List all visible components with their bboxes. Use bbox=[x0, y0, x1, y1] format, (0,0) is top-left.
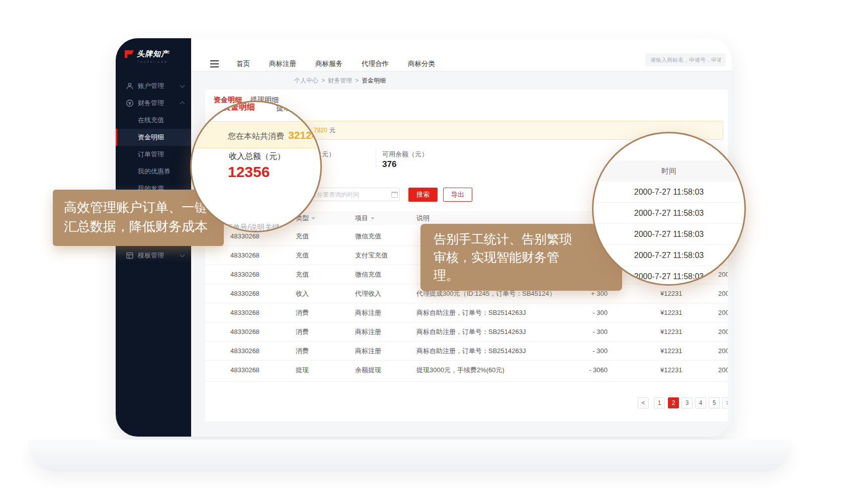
right-callout-line3: 理。 bbox=[434, 266, 609, 284]
left-callout-line1: 高效管理账户订单、一键 bbox=[64, 198, 213, 217]
sidebar-item-label: 我的优惠券 bbox=[138, 167, 170, 176]
right-callout-line1: 告别手工统计、告别繁琐 bbox=[434, 230, 609, 248]
cell-amount: - 300 bbox=[547, 342, 608, 361]
template-icon bbox=[126, 251, 134, 260]
cell-item: 支付宝充值 bbox=[355, 246, 388, 265]
magnified-banner-text: 您在本站共消费 bbox=[228, 132, 284, 140]
finance-icon bbox=[126, 99, 134, 107]
export-button[interactable]: 导出 bbox=[443, 188, 472, 202]
cell-order: 48330268 bbox=[230, 361, 260, 380]
consumption-amount: 7820元 bbox=[314, 121, 335, 139]
sidebar-item-finance[interactable]: 财务管理 bbox=[116, 95, 191, 112]
cell-balance: ¥12231 bbox=[660, 322, 682, 342]
right-callout-line2: 审核，实现智能财务管 bbox=[434, 248, 609, 266]
cell-desc: 商标自助注册，订单号：SB2514263J bbox=[416, 303, 526, 322]
header-item[interactable]: 项目 bbox=[355, 211, 375, 225]
cell-desc: 商标自助注册，订单号：SB2514263J bbox=[416, 322, 526, 342]
cell-type: 充值 bbox=[296, 265, 309, 284]
nav-item-home[interactable]: 首页 bbox=[236, 59, 250, 68]
left-callout-line2: 汇总数据，降低财务成本 bbox=[64, 217, 213, 236]
right-magnifier: 时间 2000-7-27 11:58:03 2000-7-27 11:58:03… bbox=[592, 132, 746, 286]
cell-order: 48330268 bbox=[230, 246, 260, 265]
sort-caret-icon bbox=[311, 217, 315, 220]
cell-item: 商标注册 bbox=[355, 303, 381, 322]
magnified-time-row: 2000-7-27 11:58:03 bbox=[593, 182, 744, 203]
cell-item: 余额提现 bbox=[355, 361, 381, 380]
breadcrumb-current: 资金明细 bbox=[362, 77, 386, 84]
top-nav: 首页 商标注册 商标服务 代理合作 商标分类 bbox=[191, 38, 732, 71]
sidebar-item-templates[interactable]: 模板管理 bbox=[116, 247, 191, 264]
cell-order: 48330268 bbox=[230, 265, 260, 284]
cell-type: 提现 bbox=[296, 361, 309, 380]
sidebar-item-coupons[interactable]: 我的优惠券 bbox=[116, 163, 191, 180]
pagination-page-3[interactable]: 3 bbox=[681, 397, 693, 408]
breadcrumb-personal-center[interactable]: 个人中心 bbox=[294, 77, 318, 84]
sidebar-item-orders[interactable]: 订单管理 bbox=[116, 146, 191, 163]
cell-item: 代理收入 bbox=[355, 284, 381, 303]
table-row: 48330268 消费 商标注册 商标自助注册，订单号：SB2514263J -… bbox=[205, 322, 728, 342]
available-balance-value: 376 bbox=[382, 159, 396, 170]
cell-order: 48330268 bbox=[230, 303, 260, 322]
pagination-page-5[interactable]: 5 bbox=[709, 397, 720, 408]
magnified-time-row: 2000-7-27 11:58:03 bbox=[593, 224, 744, 245]
left-magnifier: 资金明细 提现明细 您在本站共消费32124 收入总额（元） 12356 订单号… bbox=[190, 101, 322, 232]
nav-item-trademark-service[interactable]: 商标服务 bbox=[315, 59, 343, 68]
cell-type: 充值 bbox=[296, 246, 309, 265]
calendar-icon[interactable] bbox=[391, 192, 398, 198]
nav-item-trademark-category[interactable]: 商标分类 bbox=[408, 59, 435, 68]
cell-type: 消费 bbox=[296, 303, 309, 322]
cell-item: 微信充值 bbox=[355, 265, 381, 284]
header-desc: 说明 bbox=[416, 211, 430, 225]
sort-caret-icon bbox=[371, 217, 375, 220]
pagination: < 1 2 3 4 5 > bbox=[205, 397, 728, 409]
cell-item: 微信充值 bbox=[355, 227, 381, 246]
breadcrumb-separator: > bbox=[355, 77, 359, 84]
sidebar-item-account[interactable]: 账户管理 bbox=[116, 77, 191, 95]
chevron-down-icon bbox=[180, 83, 185, 88]
sidebar-item-funds-detail[interactable]: 资金明细 bbox=[116, 129, 191, 146]
cell-desc: 商标自助注册，订单号：SB2514263J bbox=[416, 342, 526, 361]
breadcrumb-finance[interactable]: 财务管理 bbox=[328, 77, 352, 84]
search-button[interactable]: 搜索 bbox=[408, 188, 438, 202]
pagination-page-1[interactable]: 1 bbox=[654, 397, 665, 408]
page: 头牌知产 TOUPAI.COM 账户管理 财务管理 在线充值 bbox=[0, 0, 853, 504]
cell-time: 2000-7-27 11:58:03 bbox=[718, 265, 728, 284]
chevron-down-icon bbox=[180, 253, 185, 258]
cell-time: 2000-7-27 11:58:03 bbox=[718, 284, 728, 303]
sidebar-item-online-recharge[interactable]: 在线充值 bbox=[116, 112, 191, 129]
cell-balance: ¥12231 bbox=[660, 342, 682, 361]
breadcrumb: 个人中心>财务管理>资金明细 bbox=[294, 75, 386, 86]
magnified-income-label: 收入总额（元） bbox=[229, 151, 285, 162]
trademark-search-input[interactable] bbox=[645, 53, 726, 66]
pagination-prev[interactable]: < bbox=[638, 397, 649, 408]
sidebar-item-label: 模板管理 bbox=[138, 251, 164, 260]
cell-time: 2000-7-27 11:58:03 bbox=[718, 361, 728, 380]
cell-time: 2000-7-27 11:58:03 bbox=[718, 342, 728, 361]
cell-desc: 提现3000元，手续费2%(60元) bbox=[416, 361, 504, 380]
pagination-next[interactable]: > bbox=[722, 397, 728, 408]
nav-item-agent-coop[interactable]: 代理合作 bbox=[362, 59, 389, 68]
cell-amount: - 3060 bbox=[547, 361, 608, 380]
table-row: 48330268 提现 余额提现 提现3000元，手续费2%(60元) - 30… bbox=[205, 361, 728, 382]
nav-item-trademark-register[interactable]: 商标注册 bbox=[269, 59, 296, 68]
magnified-banner: 您在本站共消费32124 bbox=[192, 121, 320, 148]
sidebar-item-label: 账户管理 bbox=[138, 81, 164, 91]
cell-balance: ¥12231 bbox=[660, 361, 682, 380]
cell-amount: - 300 bbox=[547, 322, 608, 342]
cell-item: 商标注册 bbox=[355, 342, 381, 361]
cell-type: 消费 bbox=[296, 342, 309, 361]
top-nav-items: 首页 商标注册 商标服务 代理合作 商标分类 bbox=[236, 59, 435, 68]
brand-logo[interactable]: 头牌知产 TOUPAI.COM bbox=[125, 49, 185, 63]
magnified-time-header: 时间 bbox=[593, 160, 744, 182]
pagination-page-2[interactable]: 2 bbox=[668, 397, 679, 408]
menu-icon[interactable] bbox=[210, 60, 219, 69]
pagination-page-4[interactable]: 4 bbox=[695, 397, 706, 408]
brand-flag-icon bbox=[125, 50, 134, 58]
user-icon bbox=[126, 82, 134, 90]
consumption-unit: 元 bbox=[329, 127, 335, 134]
table-row: 48330268 消费 商标注册 商标自助注册，订单号：SB2514263J -… bbox=[205, 303, 728, 322]
cell-type: 收入 bbox=[296, 284, 309, 303]
chevron-up-icon bbox=[180, 102, 185, 107]
brand-subtitle: TOUPAI.COM bbox=[137, 60, 185, 63]
magnified-income-value: 12356 bbox=[228, 163, 270, 181]
